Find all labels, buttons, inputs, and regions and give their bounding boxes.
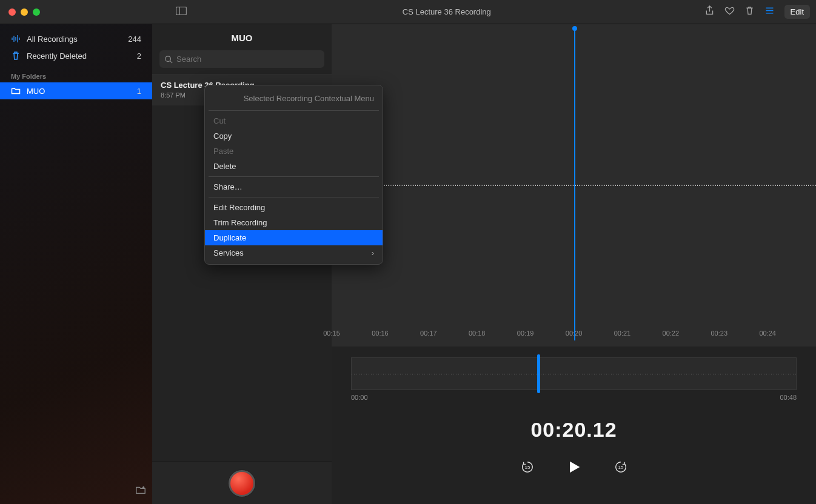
skip-back-seconds: 15 [525,465,530,470]
trash-icon[interactable] [744,5,755,18]
skip-forward-button[interactable]: 15 [614,460,627,476]
tick-label: 00:21 [614,330,631,337]
sidebar-item-count: 244 [128,35,141,44]
folder-icon [11,86,21,96]
tick-label: 00:16 [372,330,389,337]
tick-label: 00:19 [517,330,534,337]
toggle-sidebar-button[interactable] [173,4,189,20]
sidebar-item-recently-deleted[interactable]: Recently Deleted 2 [0,47,152,64]
close-window-button[interactable] [8,8,16,16]
tick-label: 00:23 [711,330,727,337]
sidebar-item-count: 2 [137,51,141,61]
context-menu-services[interactable]: Services › [205,245,383,260]
window-title: CS Lecture 36 Recording [189,7,704,16]
context-menu-copy[interactable]: Copy [205,128,383,144]
trash-icon [11,51,21,61]
overview-start-time: 00:00 [351,394,368,401]
sidebar-item-label: MUO [27,87,45,96]
overview-end-time: 00:48 [780,394,797,401]
edit-button[interactable]: Edit [784,5,810,19]
detail-panel: 00:15 00:16 00:17 00:18 00:19 00:20 00:2… [332,24,816,504]
chevron-right-icon: › [372,248,374,257]
context-menu-delete[interactable]: Delete [205,159,383,174]
context-menu-edit-recording[interactable]: Edit Recording [205,200,383,215]
overview-playhead[interactable] [537,354,540,393]
minimize-window-button[interactable] [21,8,28,16]
tick-label: 00:18 [469,330,486,337]
sidebar-item-label: Recently Deleted [27,51,87,61]
overview-track[interactable] [351,357,797,390]
sidebar-section-label: My Folders [0,64,152,82]
context-menu-duplicate[interactable]: Duplicate [205,230,383,245]
tick-label: 00:20 [566,330,583,337]
sidebar-item-folder-muo[interactable]: MUO 1 [0,82,152,99]
current-time-display: 00:20.12 [351,418,797,442]
record-button[interactable] [229,470,255,497]
tick-label: 00:15 [323,330,340,337]
titlebar: CS Lecture 36 Recording Edit [0,0,816,24]
skip-back-button[interactable]: 15 [521,460,534,476]
window-controls [6,8,40,16]
options-icon[interactable] [764,5,775,18]
context-menu: Selected Recording Contextual Menu Cut C… [204,85,383,265]
new-folder-button[interactable] [135,485,146,498]
fullscreen-window-button[interactable] [33,8,40,16]
waveform-area[interactable]: 00:15 00:16 00:17 00:18 00:19 00:20 00:2… [332,24,816,346]
context-menu-trim-recording[interactable]: Trim Recording [205,215,383,230]
play-button[interactable] [566,459,583,478]
skip-forward-seconds: 15 [618,465,624,470]
search-input[interactable] [159,50,324,68]
waveform-icon [11,34,21,44]
context-menu-title: Selected Recording Contextual Menu [205,89,383,108]
share-icon[interactable] [704,5,715,18]
list-folder-title: MUO [152,24,332,50]
playhead[interactable] [574,28,575,340]
sidebar-item-all-recordings[interactable]: All Recordings 244 [0,30,152,47]
svg-rect-0 [176,7,187,15]
tick-label: 00:22 [663,330,680,337]
timeline-ticks: 00:15 00:16 00:17 00:18 00:19 00:20 00:2… [332,330,816,346]
context-menu-paste[interactable]: Paste [205,144,383,159]
context-menu-cut[interactable]: Cut [205,113,383,128]
favorite-icon[interactable] [724,5,735,18]
sidebar-item-label: All Recordings [27,35,78,44]
tick-label: 00:17 [420,330,437,337]
tick-label: 00:24 [759,330,776,337]
context-menu-services-label: Services [213,248,244,257]
context-menu-share[interactable]: Share… [205,179,383,194]
sidebar-item-count: 1 [137,87,141,96]
record-bar [152,462,332,504]
sidebar: All Recordings 244 Recently Deleted 2 My… [0,24,152,504]
